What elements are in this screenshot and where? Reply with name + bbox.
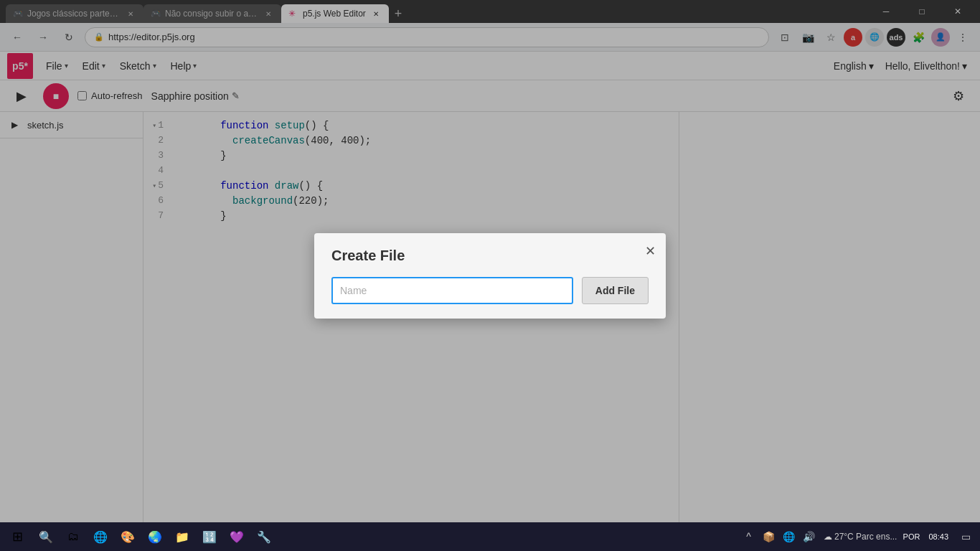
taskbar-tray: ^ 📦 🌐 🔊 ☁ 27°C Parc ens... POR 08:43 ▭ [738, 528, 977, 545]
create-file-modal: Create File ✕ Add File [314, 233, 666, 319]
taskbar-calc[interactable]: 🔢 [197, 524, 222, 550]
taskbar-taskview[interactable]: 🗂 [60, 524, 86, 550]
tray-speaker-icon[interactable]: 🔊 [801, 528, 818, 545]
modal-title: Create File [331, 248, 649, 264]
taskbar-chrome[interactable]: 🌐 [88, 524, 113, 550]
taskbar-files[interactable]: 📁 [169, 524, 195, 550]
clock-time: 08:43 [928, 532, 948, 541]
taskbar-search[interactable]: 🔍 [33, 524, 59, 550]
start-icon: ⊞ [12, 529, 23, 545]
show-desktop-button[interactable]: ▭ [957, 528, 974, 545]
weather-widget[interactable]: ☁ 27°C Parc ens... [821, 532, 900, 542]
taskbar: ⊞ 🔍 🗂 🌐 🎨 🌏 📁 🔢 💜 🔧 ^ 📦 🌐 🔊 ☁ 27°C Parc … [0, 522, 980, 551]
weather-text: 27°C Parc ens... [834, 532, 897, 542]
lang-text: POR [903, 532, 920, 541]
modal-close-button[interactable]: ✕ [645, 243, 656, 259]
tray-dropbox-icon[interactable]: 📦 [760, 528, 778, 545]
start-button[interactable]: ⊞ [3, 524, 32, 550]
taskbar-edge[interactable]: 🌏 [142, 524, 168, 550]
add-file-button[interactable]: Add File [582, 277, 649, 304]
system-clock[interactable]: 08:43 [923, 532, 954, 541]
modal-overlay[interactable]: Create File ✕ Add File [0, 0, 980, 551]
weather-icon: ☁ [824, 532, 832, 542]
tray-show-more-button[interactable]: ^ [740, 528, 758, 545]
taskbar-settings[interactable]: 🔧 [251, 524, 277, 550]
tray-lang-button[interactable]: POR [903, 528, 920, 545]
taskbar-paint[interactable]: 🎨 [115, 524, 141, 550]
file-name-input[interactable] [331, 277, 573, 304]
tray-network-icon[interactable]: 🌐 [781, 528, 798, 545]
modal-body: Add File [331, 277, 649, 304]
taskbar-app1[interactable]: 💜 [224, 524, 250, 550]
